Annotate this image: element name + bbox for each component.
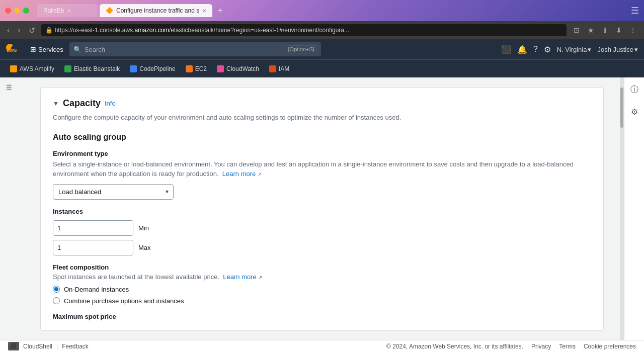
tab-configure[interactable]: 🔶 Configure instance traffic and s ✕ <box>100 4 212 17</box>
tab-close-configure[interactable]: ✕ <box>202 8 206 14</box>
bookmark-eb[interactable]: Elastic Beanstalk <box>60 63 124 74</box>
footer-left: ⬛ CloudShell | Feedback <box>8 342 89 350</box>
minimize-button[interactable] <box>14 8 20 14</box>
services-label: Services <box>38 46 63 53</box>
on-demand-radio[interactable] <box>53 286 60 293</box>
close-button[interactable] <box>5 8 11 14</box>
cw-icon <box>217 65 224 72</box>
svg-text:aws: aws <box>7 47 17 53</box>
privacy-link[interactable]: Privacy <box>531 343 551 350</box>
tab-bar: RailsEb ✕ 🔶 Configure instance traffic a… <box>37 4 627 17</box>
footer: ⬛ CloudShell | Feedback © 2024, Amazon W… <box>0 340 644 352</box>
combine-label: Combine purchase options and instances <box>64 297 184 305</box>
fleet-composition-group: Fleet composition Spot instances are lau… <box>53 263 591 305</box>
address-bar[interactable]: 🔒 https://us-east-1.console.aws.amazon.c… <box>41 24 567 36</box>
region-selector[interactable]: N. Virginia ▾ <box>557 46 592 53</box>
browser-more-icon[interactable]: ⋮ <box>627 24 639 36</box>
search-bar[interactable]: 🔍 [Option+S] <box>69 42 321 56</box>
on-demand-option[interactable]: On-Demand instances <box>53 286 591 293</box>
cloudshell-icon: ⬛ <box>8 342 19 350</box>
cloudshell-label[interactable]: CloudShell <box>23 343 52 350</box>
bookmark-iam[interactable]: IAM <box>265 63 293 74</box>
env-type-select[interactable]: Load balanced Single instance <box>53 184 174 200</box>
forward-button[interactable]: › <box>16 26 22 35</box>
env-type-learn-more[interactable]: Learn more <box>222 170 256 178</box>
toolbar-icon-1[interactable]: ⊡ <box>571 24 583 36</box>
env-type-desc-text: Select a single-instance or load-balance… <box>53 160 574 178</box>
footer-right: © 2024, Amazon Web Services, Inc. or its… <box>386 343 636 350</box>
info-sidebar-icon[interactable]: ⓘ <box>627 82 641 97</box>
region-chevron: ▾ <box>588 46 591 53</box>
cloudshell-icon[interactable]: ⬛ <box>501 45 511 54</box>
browser-menu-icon[interactable]: ☰ <box>631 5 639 16</box>
iam-icon <box>269 65 276 72</box>
toolbar-icon-3[interactable]: ℹ <box>599 24 611 36</box>
auto-scaling-title: Auto scaling group <box>53 133 591 142</box>
env-type-select-wrapper: Load balanced Single instance ▾ <box>53 184 174 200</box>
search-input[interactable] <box>85 46 283 53</box>
scroll-thumb <box>620 87 623 128</box>
scroll-indicator[interactable] <box>620 77 624 340</box>
external-link-icon: ↗ <box>258 171 262 177</box>
cp-icon <box>130 65 137 72</box>
content-area: ▼ Capacity Info Configure the compute ca… <box>20 77 624 340</box>
maximize-button[interactable] <box>23 8 29 14</box>
feedback-label[interactable]: Feedback <box>62 343 89 350</box>
fleet-radio-group: On-Demand instances Combine purchase opt… <box>53 286 591 305</box>
max-spot-section: Maximum spot price <box>53 313 591 320</box>
amplify-icon <box>10 65 17 72</box>
info-link[interactable]: Info <box>105 100 116 107</box>
amplify-label: AWS Amplify <box>20 65 54 72</box>
combine-radio[interactable] <box>53 297 60 304</box>
combine-option[interactable]: Combine purchase options and instances <box>53 297 591 305</box>
terms-link[interactable]: Terms <box>559 343 576 350</box>
instances-group: Instances ▲ ▼ Min <box>53 208 591 255</box>
min-input-wrapper: ▲ ▼ <box>53 220 133 236</box>
cw-label: CloudWatch <box>226 65 259 72</box>
bookmark-cloudwatch[interactable]: CloudWatch <box>213 63 263 74</box>
settings-sidebar-icon[interactable]: ⚙ <box>627 105 641 119</box>
fleet-external-link-icon: ↗ <box>258 275 262 280</box>
max-instances-input[interactable] <box>53 240 133 255</box>
bookmark-amplify[interactable]: AWS Amplify <box>6 63 58 74</box>
tab-favicon: 🔶 <box>106 7 113 14</box>
grid-icon: ⊞ <box>30 45 36 53</box>
bookmark-ec2[interactable]: EC2 <box>182 63 211 74</box>
lock-icon: 🔒 <box>45 27 53 34</box>
toolbar-icon-2[interactable]: ★ <box>585 24 597 36</box>
back-button[interactable]: ‹ <box>5 26 12 35</box>
collapse-arrow[interactable]: ▼ <box>53 100 59 107</box>
toolbar-icon-4[interactable]: ⬇ <box>613 24 625 36</box>
user-menu[interactable]: Josh Justice ▾ <box>597 46 638 53</box>
ec2-label: EC2 <box>195 65 207 72</box>
min-instances-input[interactable] <box>53 221 133 235</box>
cookie-preferences-link[interactable]: Cookie preferences <box>584 343 636 350</box>
bell-icon[interactable]: 🔔 <box>517 45 527 54</box>
autoscaling-section: Auto scaling group Environment type Sele… <box>53 133 591 320</box>
cp-label: CodePipeline <box>139 65 175 72</box>
address-bar-row: ‹ › ↺ 🔒 https://us-east-1.console.aws.am… <box>0 21 644 39</box>
capacity-header: ▼ Capacity Info <box>53 98 591 109</box>
bookmark-codepipeline[interactable]: CodePipeline <box>126 63 179 74</box>
right-sidebar: ⓘ ⚙ <box>624 77 644 340</box>
settings-icon[interactable]: ⚙ <box>544 45 551 54</box>
help-icon[interactable]: ? <box>533 45 538 54</box>
max-instance-row: ▲ ▼ Max <box>53 240 591 255</box>
services-button[interactable]: ⊞ Services <box>30 45 63 53</box>
env-type-description: Select a single-instance or load-balance… <box>53 159 591 179</box>
aws-logo[interactable]: aws <box>6 44 24 55</box>
bookmarks-bar: AWS Amplify Elastic Beanstalk CodePipeli… <box>0 59 644 77</box>
region-label: N. Virginia <box>557 46 587 53</box>
tab-label: RailsEb <box>43 7 64 14</box>
fleet-learn-more[interactable]: Learn more <box>223 273 256 281</box>
sidebar-toggle[interactable]: ☰ <box>0 77 20 97</box>
tab-close-railseb[interactable]: ✕ <box>67 8 71 14</box>
url-display: https://us-east-1.console.aws.amazon.com… <box>55 27 562 34</box>
tab-railseb[interactable]: RailsEb ✕ <box>37 4 98 17</box>
aws-top-nav: aws ⊞ Services 🔍 [Option+S] ⬛ 🔔 ? ⚙ N. V… <box>0 39 644 59</box>
env-type-label: Environment type <box>53 150 591 157</box>
ec2-icon <box>186 65 193 72</box>
new-tab-button[interactable]: + <box>214 6 226 16</box>
refresh-button[interactable]: ↺ <box>27 26 37 35</box>
min-instance-row: ▲ ▼ Min <box>53 220 591 236</box>
